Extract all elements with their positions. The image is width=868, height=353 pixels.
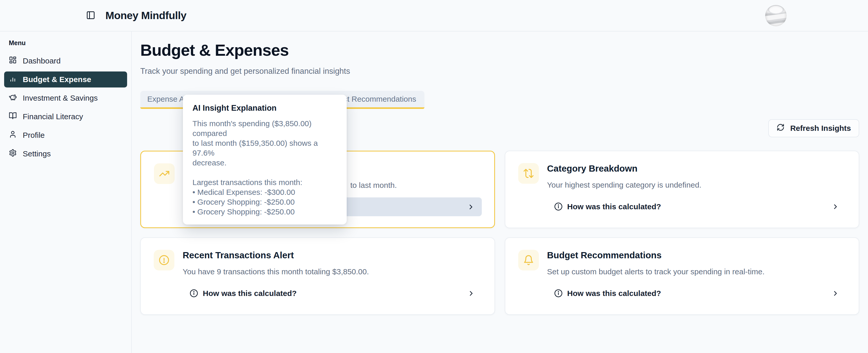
top-header: Money Mindfully: [0, 0, 868, 32]
sidebar-nav: Dashboard Budget & Expense Investment & …: [4, 53, 127, 162]
piggy-bank-icon: [9, 93, 17, 103]
chevron-right-icon: [832, 203, 839, 211]
gear-icon: [9, 149, 17, 159]
budget-recommendations-card: Budget Recommendations Set up custom bud…: [505, 237, 860, 315]
popover-line: to last month ($159,350.00) shows a 97.6…: [192, 138, 337, 158]
refresh-insights-button[interactable]: Refresh Insights: [768, 119, 859, 137]
sidebar-item-settings[interactable]: Settings: [4, 146, 127, 162]
chevron-right-icon: [467, 203, 475, 211]
card-title: Category Breakdown: [547, 163, 846, 174]
how-calculated-label: How was this calculated?: [203, 289, 297, 298]
sidebar: Menu Dashboard Budget & Expense: [0, 32, 132, 353]
card-body: Your highest spending category is undefi…: [547, 180, 846, 190]
popover-body: This month's spending ($3,850.00) compar…: [192, 119, 337, 217]
sidebar-item-financial-literacy[interactable]: Financial Literacy: [4, 109, 127, 125]
popover-line: This month's spending ($3,850.00) compar…: [192, 119, 337, 138]
popover-title: AI Insight Explanation: [192, 103, 337, 113]
popover-line: decrease.: [192, 158, 337, 168]
panel-left-icon: [86, 10, 95, 21]
dashboard-icon: [9, 56, 17, 66]
recent-transactions-card: Recent Transactions Alert You have 9 tra…: [140, 237, 495, 315]
alert-circle-icon: [154, 250, 175, 271]
user-avatar[interactable]: [765, 5, 786, 26]
sidebar-item-label: Dashboard: [23, 57, 61, 65]
info-icon: [554, 289, 563, 297]
how-calculated-label: How was this calculated?: [567, 202, 661, 211]
refresh-insights-label: Refresh Insights: [790, 124, 851, 133]
sidebar-item-profile[interactable]: Profile: [4, 127, 127, 143]
trending-up-icon: [154, 163, 175, 184]
popover-line: Largest transactions this month:: [192, 178, 337, 187]
ai-insight-popover: AI Insight Explanation This month's spen…: [183, 95, 347, 224]
sidebar-item-dashboard[interactable]: Dashboard: [4, 53, 127, 69]
bell-icon: [518, 250, 539, 271]
how-calculated-label: How was this calculated?: [567, 289, 661, 298]
card-title: Recent Transactions Alert: [183, 250, 482, 260]
chevron-right-icon: [832, 289, 839, 297]
category-breakdown-card: Category Breakdown Your highest spending…: [505, 151, 860, 228]
info-icon: [190, 289, 198, 297]
how-calculated-row[interactable]: How was this calculated?: [547, 197, 846, 216]
sidebar-item-label: Settings: [23, 149, 51, 158]
user-icon: [9, 130, 17, 140]
bar-chart-icon: [9, 75, 17, 84]
refresh-icon: [777, 123, 784, 133]
app-title: Money Mindfully: [105, 9, 187, 22]
sidebar-item-label: Investment & Savings: [23, 94, 98, 102]
page-title: Budget & Expenses: [140, 41, 859, 59]
chevron-right-icon: [467, 289, 475, 297]
sidebar-item-budget-expense[interactable]: Budget & Expense: [4, 71, 127, 87]
card-body: You have 9 transactions this month total…: [183, 267, 482, 276]
sidebar-toggle-button[interactable]: [85, 9, 97, 22]
popover-line: • Medical Expenses: -$300.00: [192, 187, 337, 197]
how-calculated-row[interactable]: How was this calculated?: [183, 284, 482, 303]
info-icon: [554, 202, 563, 211]
card-body: Set up custom budget alerts to track you…: [547, 267, 846, 276]
menu-label: Menu: [4, 39, 127, 47]
app-root: Money Mindfully Menu Dashboard Budget & …: [0, 0, 868, 353]
book-open-icon: [9, 112, 17, 121]
how-calculated-row[interactable]: How was this calculated?: [547, 284, 846, 303]
popover-line: • Grocery Shopping: -$250.00: [192, 207, 337, 217]
popover-line: • Grocery Shopping: -$250.00: [192, 197, 337, 207]
sidebar-item-label: Budget & Expense: [23, 75, 91, 84]
page-subtitle: Track your spending and get personalized…: [140, 67, 859, 76]
sidebar-item-label: Profile: [23, 131, 45, 140]
sidebar-item-investment-savings[interactable]: Investment & Savings: [4, 90, 127, 106]
repeat-icon: [518, 163, 539, 184]
popover-line: [192, 168, 337, 178]
sidebar-item-label: Financial Literacy: [23, 112, 83, 121]
card-title: Budget Recommendations: [547, 250, 846, 260]
